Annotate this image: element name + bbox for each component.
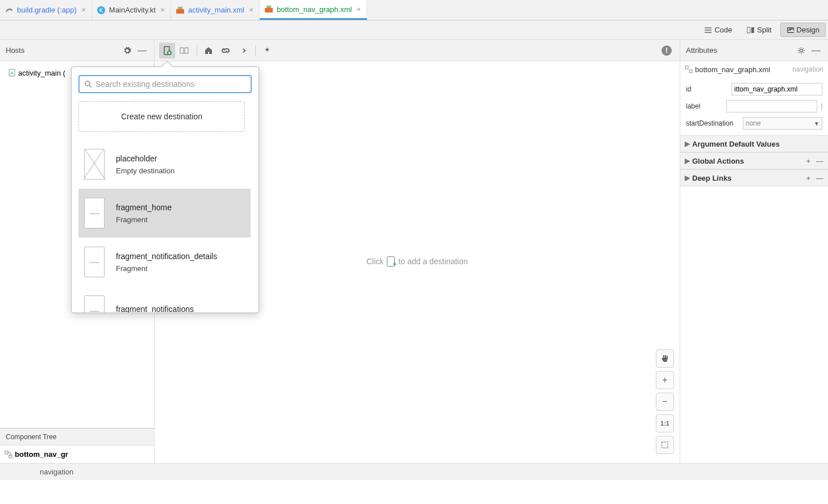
destination-title: fragment_notifications bbox=[116, 305, 194, 313]
zoom-out-button[interactable]: − bbox=[656, 393, 674, 411]
destination-item-fragment-notifications[interactable]: fragment_notifications bbox=[78, 286, 251, 313]
close-icon[interactable]: ✕ bbox=[249, 7, 253, 13]
tab-activity-main[interactable]: activity_main.xml ✕ bbox=[171, 0, 260, 20]
destination-title: fragment_notification_details bbox=[116, 252, 217, 261]
viewmode-design[interactable]: Design bbox=[780, 23, 826, 37]
close-icon[interactable]: ✕ bbox=[356, 6, 361, 13]
svg-rect-4 bbox=[265, 8, 273, 13]
svg-rect-5 bbox=[267, 6, 271, 8]
svg-text:K: K bbox=[99, 7, 103, 14]
viewmode-code[interactable]: Code bbox=[698, 23, 738, 37]
destination-list: placeholder Empty destination fragment_h… bbox=[78, 140, 252, 313]
chevron-right-icon: ▶ bbox=[685, 140, 690, 148]
label-field[interactable] bbox=[726, 100, 817, 113]
section-argument-defaults[interactable]: ▶ Argument Default Values bbox=[680, 135, 828, 152]
viewmode-split[interactable]: Split bbox=[740, 23, 777, 37]
zoom-fit-button[interactable] bbox=[656, 436, 674, 454]
home-button[interactable] bbox=[201, 43, 217, 59]
section-global-actions[interactable]: ▶ Global Actions + — bbox=[680, 152, 828, 169]
svg-point-9 bbox=[788, 28, 789, 30]
component-tree-title: Component Tree bbox=[6, 433, 56, 441]
attributes-header: Attributes — bbox=[680, 40, 828, 61]
tab-label: MainActivity.kt bbox=[109, 6, 156, 14]
gear-icon[interactable] bbox=[121, 44, 134, 57]
zoom-1to1-button[interactable]: 1:1 bbox=[656, 414, 674, 432]
id-field[interactable] bbox=[731, 83, 822, 95]
destination-item-fragment-home[interactable]: fragment_home Fragment bbox=[78, 189, 251, 238]
attributes-filetype: navigation bbox=[792, 65, 823, 73]
component-tree-item[interactable]: bottom_nav_gr bbox=[5, 450, 149, 459]
add-destination-popup: Create new destination placeholder Empty… bbox=[71, 66, 259, 313]
nested-graph-button[interactable] bbox=[176, 43, 192, 59]
svg-rect-12 bbox=[5, 451, 8, 454]
viewmode-bar: Code Split Design bbox=[0, 20, 828, 40]
pan-button[interactable] bbox=[656, 349, 674, 368]
canvas-placeholder: Click to add a destination bbox=[367, 256, 468, 266]
zoom-panel: + − 1:1 bbox=[656, 349, 674, 454]
remove-icon[interactable]: — bbox=[816, 157, 823, 165]
search-icon bbox=[84, 80, 92, 88]
startdestination-select[interactable]: none ▼ bbox=[743, 117, 822, 130]
id-label: id bbox=[686, 85, 731, 93]
warning-icon[interactable]: ! bbox=[661, 45, 672, 56]
breadcrumb[interactable]: navigation bbox=[40, 468, 73, 476]
close-icon[interactable]: ✕ bbox=[81, 7, 86, 13]
add-icon[interactable]: + bbox=[806, 157, 810, 165]
label-label: label bbox=[686, 102, 726, 110]
nav-graph-icon bbox=[685, 65, 693, 73]
link-button[interactable] bbox=[218, 43, 234, 59]
destination-thumb bbox=[84, 295, 105, 313]
add-icon[interactable]: + bbox=[806, 174, 810, 182]
inspect-icon[interactable] bbox=[819, 102, 822, 110]
attributes-form: id label startDestination none ▼ bbox=[680, 77, 828, 135]
hosts-title: Hosts bbox=[6, 46, 24, 55]
gear-icon[interactable] bbox=[795, 44, 808, 57]
destination-thumb bbox=[84, 198, 105, 228]
tab-label: bottom_nav_graph.xml bbox=[277, 5, 352, 14]
attributes-title: Attributes bbox=[686, 46, 717, 55]
tab-bottom-nav-graph[interactable]: bottom_nav_graph.xml ✕ bbox=[260, 0, 367, 20]
tab-build-gradle[interactable]: build.gradle (:app) ✕ bbox=[0, 0, 92, 20]
chevron-right-icon: ▶ bbox=[685, 157, 690, 165]
svg-point-19 bbox=[800, 49, 802, 52]
create-new-destination-button[interactable]: Create new destination bbox=[78, 101, 245, 132]
svg-rect-18 bbox=[662, 442, 668, 448]
tab-label: build.gradle (:app) bbox=[17, 6, 77, 14]
component-tree-header: Component Tree bbox=[0, 428, 154, 445]
remove-icon[interactable]: — bbox=[816, 174, 823, 182]
svg-rect-3 bbox=[178, 7, 182, 9]
split-icon bbox=[747, 26, 755, 34]
destination-subtitle: Fragment bbox=[116, 264, 217, 273]
svg-rect-20 bbox=[685, 66, 688, 69]
startdestination-label: startDestination bbox=[686, 119, 743, 127]
component-item-label: bottom_nav_gr bbox=[15, 450, 68, 459]
svg-text:A: A bbox=[10, 70, 14, 76]
editor-tabs: build.gradle (:app) ✕ K MainActivity.kt … bbox=[0, 0, 828, 20]
lines-icon bbox=[704, 26, 712, 34]
svg-point-22 bbox=[85, 81, 90, 86]
svg-rect-2 bbox=[176, 9, 184, 14]
minimize-icon[interactable]: — bbox=[810, 44, 822, 57]
search-input[interactable] bbox=[95, 80, 246, 89]
arrow-button[interactable] bbox=[235, 43, 251, 59]
design-icon bbox=[787, 26, 794, 34]
nav-graph-icon bbox=[5, 451, 13, 459]
add-destination-button[interactable] bbox=[159, 43, 175, 59]
layout-icon bbox=[264, 5, 273, 14]
close-icon[interactable]: ✕ bbox=[160, 7, 165, 13]
breadcrumb-bar: navigation bbox=[0, 463, 828, 480]
auto-arrange-button[interactable] bbox=[259, 43, 275, 59]
search-input-container bbox=[78, 75, 252, 93]
svg-rect-17 bbox=[185, 48, 188, 53]
zoom-in-button[interactable]: + bbox=[656, 371, 674, 389]
destination-title: fragment_home bbox=[116, 203, 172, 212]
tab-mainactivity[interactable]: K MainActivity.kt ✕ bbox=[92, 0, 171, 20]
destination-item-placeholder[interactable]: placeholder Empty destination bbox=[78, 140, 251, 189]
tab-label: activity_main.xml bbox=[188, 6, 244, 14]
activity-icon: A bbox=[8, 69, 16, 77]
section-deep-links[interactable]: ▶ Deep Links + — bbox=[680, 169, 828, 186]
svg-rect-16 bbox=[180, 48, 184, 53]
kotlin-icon: K bbox=[97, 6, 106, 15]
destination-item-fragment-notification-details[interactable]: fragment_notification_details Fragment bbox=[78, 238, 251, 286]
minimize-icon[interactable]: — bbox=[136, 44, 148, 57]
